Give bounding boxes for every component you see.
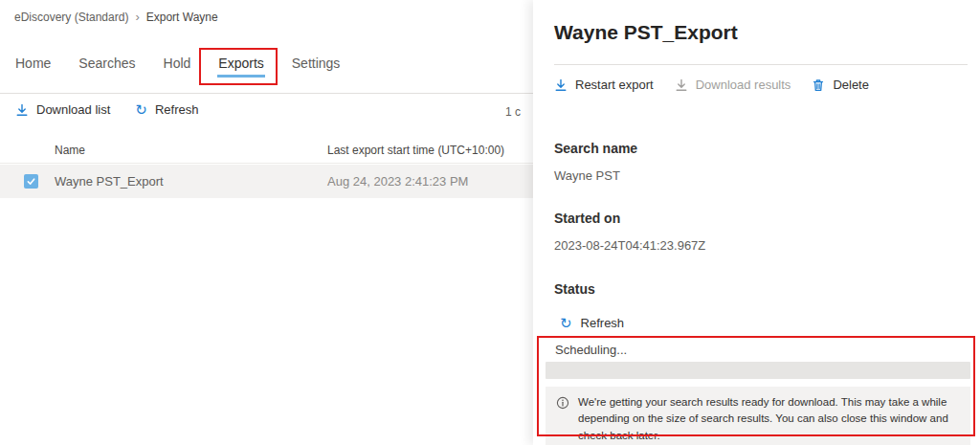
row-last-export-cell: Aug 24, 2023 2:41:23 PM xyxy=(327,174,468,189)
tab-searches[interactable]: Searches xyxy=(78,54,136,81)
download-icon xyxy=(675,78,688,92)
row-checkbox[interactable] xyxy=(24,174,38,189)
column-header-name[interactable]: Name xyxy=(55,144,85,157)
info-text: We're getting your search results ready … xyxy=(578,394,959,444)
breadcrumb: eDiscovery (Standard) › Export Wayne xyxy=(14,10,218,24)
checkmark-icon xyxy=(26,176,36,187)
status-progress-label: Scheduling... xyxy=(555,343,627,357)
status-label: Status xyxy=(554,281,595,297)
breadcrumb-separator-icon: › xyxy=(135,10,139,24)
column-header-last-export[interactable]: Last export start time (UTC+10:00) xyxy=(327,144,504,157)
panel-action-bar: Restart export Download results Delete xyxy=(554,78,869,92)
download-list-button[interactable]: Download list xyxy=(15,102,110,117)
trash-icon xyxy=(812,78,825,92)
exports-list-page: eDiscovery (Standard) › Export Wayne Hom… xyxy=(0,0,533,445)
refresh-icon: ↻ xyxy=(560,317,572,330)
tab-bar: Home Searches Hold Exports Settings xyxy=(14,54,341,81)
restart-export-button[interactable]: Restart export xyxy=(554,78,654,92)
table-header: Name Last export start time (UTC+10:00) xyxy=(0,137,533,164)
breadcrumb-ediscovery[interactable]: eDiscovery (Standard) xyxy=(14,11,128,24)
search-name-label: Search name xyxy=(554,141,637,156)
status-info-message: We're getting your search results ready … xyxy=(546,387,970,445)
breadcrumb-export-wayne: Export Wayne xyxy=(146,11,218,24)
list-toolbar: Download list ↻ Refresh xyxy=(15,102,198,117)
refresh-list-button[interactable]: ↻ Refresh xyxy=(135,102,198,117)
table-row[interactable]: Wayne PST_Export Aug 24, 2023 2:41:23 PM xyxy=(0,165,533,198)
refresh-icon: ↻ xyxy=(135,103,147,117)
info-icon xyxy=(556,396,569,410)
tab-settings[interactable]: Settings xyxy=(291,54,342,81)
download-results-button[interactable]: Download results xyxy=(675,78,791,92)
download-icon xyxy=(15,103,29,117)
progress-bar xyxy=(546,362,970,379)
panel-title-divider xyxy=(554,64,968,65)
started-on-value: 2023-08-24T04:41:23.967Z xyxy=(554,238,705,253)
tab-home[interactable]: Home xyxy=(14,54,52,81)
panel-title: Wayne PST_Export xyxy=(554,21,738,44)
tabbar-divider xyxy=(0,93,533,94)
tab-hold[interactable]: Hold xyxy=(163,54,192,81)
row-name-cell: Wayne PST_Export xyxy=(55,174,164,189)
item-count: 1 c xyxy=(505,105,521,119)
export-details-panel: Wayne PST_Export Restart export Download… xyxy=(533,0,980,445)
status-refresh-button[interactable]: ↻ Refresh xyxy=(560,316,624,330)
delete-button[interactable]: Delete xyxy=(812,78,869,92)
started-on-label: Started on xyxy=(554,211,620,226)
selected-tab-underline xyxy=(217,75,264,78)
tab-exports[interactable]: Exports xyxy=(217,54,264,81)
search-name-value: Wayne PST xyxy=(554,168,620,183)
download-icon xyxy=(554,78,568,92)
